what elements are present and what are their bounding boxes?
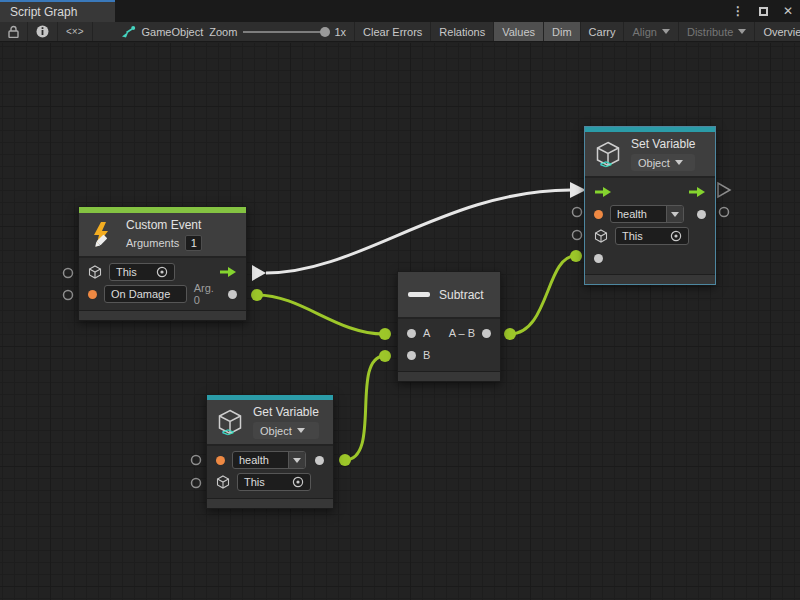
arguments-label: Arguments (126, 237, 179, 249)
this-field[interactable]: This (109, 263, 175, 281)
get-variable-header: <> Get Variable Object (207, 400, 333, 446)
arguments-count-field[interactable]: 1 (185, 235, 202, 251)
node-set-variable[interactable]: <> Set Variable Object (584, 126, 716, 285)
node-footer (585, 274, 715, 284)
chevron-down-icon (297, 428, 305, 433)
clear-errors-label: Clear Errors (363, 26, 422, 38)
external-port[interactable] (192, 456, 201, 465)
event-target-port[interactable] (88, 290, 97, 299)
carry-toggle[interactable]: Carry (581, 22, 625, 41)
this-value: This (244, 476, 265, 488)
value-input-port[interactable] (594, 254, 603, 263)
external-flow-port[interactable] (718, 183, 730, 197)
wire-endpoint[interactable] (379, 350, 391, 362)
value-output-port[interactable] (315, 456, 324, 465)
input-b-row: B (398, 344, 500, 366)
external-port[interactable] (720, 208, 729, 217)
close-icon[interactable]: ✕ (780, 3, 796, 19)
external-port[interactable] (192, 479, 201, 488)
dim-toggle[interactable]: Dim (544, 22, 581, 41)
variable-name-port[interactable] (594, 210, 603, 219)
event-name-field[interactable]: On Damage (104, 285, 187, 303)
wire-endpoint[interactable] (379, 328, 391, 340)
wire-subtract-setvariable[interactable] (510, 256, 575, 334)
info-button[interactable] (28, 22, 58, 41)
overview-button[interactable]: Overview (755, 22, 800, 41)
values-toggle[interactable]: Values (494, 22, 544, 41)
dropdown-arrow-segment[interactable] (288, 452, 305, 468)
wire-arg0-subtract-a[interactable] (257, 295, 384, 334)
variable-name-row: health (207, 449, 333, 471)
subtract-header: Subtract (398, 272, 500, 319)
arg0-label: Arg. 0 (194, 282, 221, 306)
edit-code-button[interactable]: <×> (58, 22, 93, 41)
node-get-variable[interactable]: <> Get Variable Object health (206, 394, 334, 509)
dropdown-arrow-segment[interactable] (666, 206, 683, 222)
input-b-port[interactable] (407, 351, 416, 360)
external-port[interactable] (64, 269, 73, 278)
graph-context-cell: GameObject Zoom 1x (93, 22, 356, 41)
clear-errors-button[interactable]: Clear Errors (355, 22, 431, 41)
maximize-icon[interactable] (755, 3, 771, 19)
gameobject-label[interactable]: GameObject (142, 26, 204, 38)
script-graph-icon (121, 25, 136, 38)
wire-endpoint[interactable] (570, 250, 582, 262)
node-subtract[interactable]: Subtract A A – B B (397, 271, 501, 382)
this-field[interactable]: This (237, 473, 311, 491)
output-port[interactable] (482, 329, 491, 338)
tab-script-graph[interactable]: Script Graph (0, 0, 115, 22)
lock-button[interactable] (0, 22, 28, 41)
flow-input-arrow-icon[interactable] (594, 186, 612, 198)
node-footer (207, 498, 333, 508)
input-a-label: A (423, 327, 430, 339)
variable-kind-dropdown[interactable]: Object (253, 422, 319, 439)
values-label: Values (502, 26, 535, 38)
custom-event-header: Custom Event Arguments 1 (79, 213, 246, 258)
input-a-port[interactable] (407, 329, 416, 338)
variable-icon: <> (217, 409, 244, 436)
node-custom-event[interactable]: Custom Event Arguments 1 This (78, 206, 247, 321)
tab-title: Script Graph (10, 5, 77, 19)
flow-source-arrow[interactable] (252, 265, 266, 281)
variable-brackets-glyph: <> (600, 158, 611, 170)
variable-kind-value: Object (638, 157, 670, 169)
event-row: On Damage Arg. 0 (79, 283, 246, 305)
variable-name-dropdown[interactable]: health (232, 451, 306, 469)
flow-output-arrow-icon[interactable] (688, 186, 706, 198)
zoom-slider[interactable] (243, 31, 328, 33)
wire-endpoint[interactable] (339, 454, 351, 466)
node-title: Get Variable (253, 405, 319, 419)
chevron-down-icon (662, 29, 670, 34)
wire-getvariable-subtract-b[interactable] (345, 356, 384, 460)
wire-flow-customevent-setvariable[interactable] (266, 190, 571, 273)
input-a-row: A A – B (398, 322, 500, 344)
variable-kind-value: Object (260, 425, 292, 437)
object-picker-icon[interactable] (292, 476, 304, 488)
graph-canvas[interactable]: Custom Event Arguments 1 This (0, 43, 800, 600)
external-port[interactable] (573, 208, 582, 217)
overview-label: Overview (763, 26, 800, 38)
flow-output-arrow-icon[interactable] (219, 266, 237, 278)
arg0-output-port[interactable] (228, 290, 237, 299)
variable-name-dropdown[interactable]: health (610, 205, 684, 223)
zoom-value: 1x (334, 26, 346, 38)
relations-button[interactable]: Relations (431, 22, 494, 41)
variable-name-row: health (585, 203, 715, 225)
wire-endpoint[interactable] (504, 328, 516, 340)
menu-icon[interactable]: ⋮ (730, 3, 746, 19)
variable-name-port[interactable] (216, 456, 225, 465)
align-dropdown[interactable]: Align (624, 22, 678, 41)
subtract-icon (408, 292, 430, 297)
input-b-label: B (423, 349, 430, 361)
this-field[interactable]: This (615, 227, 689, 245)
zoom-slider-knob[interactable] (320, 27, 330, 37)
external-port[interactable] (573, 231, 582, 240)
value-output-port[interactable] (697, 210, 706, 219)
wire-endpoint[interactable] (251, 289, 263, 301)
code-icon: <×> (66, 26, 84, 37)
object-picker-icon[interactable] (670, 230, 682, 242)
external-port[interactable] (64, 291, 73, 300)
distribute-dropdown[interactable]: Distribute (679, 22, 755, 41)
object-picker-icon[interactable] (156, 266, 168, 278)
variable-kind-dropdown[interactable]: Object (631, 154, 695, 171)
